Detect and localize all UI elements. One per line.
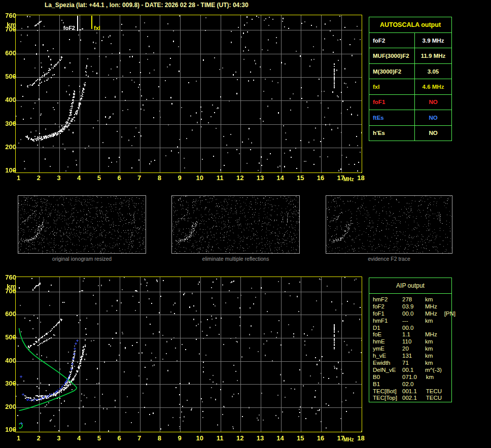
autoscala-row-fxi: fxI4.6 MHz [369,79,451,94]
aip-row-foe: foE1.1MHz [373,331,451,338]
aip-param-unit: MHz [425,331,437,338]
x-axis-label-bottom: 11 [212,434,229,442]
autoscala-param-label: foF2 [369,33,415,48]
y-axis-unit-bottom: km [0,283,16,290]
fxi-marker-label: fxI [94,25,100,31]
aip-param-label: Ewidth [373,360,402,367]
aip-param-value: 002.1 [402,395,417,402]
x-axis-label-top: 6 [111,174,128,182]
station-date-header: La_Spezia (lat: +44.1 , lon: 009.8) - DA… [45,2,249,9]
y-axis-tick-top [13,170,15,171]
aip-param-unit: km [426,374,434,381]
aip-param-value: 001.1 [402,388,417,395]
autoscala-window: { "header": {"title": "La_Spezia (lat: +… [0,0,491,448]
x-axis-unit-top: MHz [343,177,354,182]
aip-param-unit: km [425,360,433,367]
y-axis-tick-bottom [13,290,15,291]
y-axis-label-bottom: 200 [0,403,16,410]
y-axis-label-bottom: 600 [0,310,16,318]
x-axis-label-top: 4 [71,174,88,182]
autoscala-param-value: 11.9 MHz [415,48,451,63]
autoscala-row-muf3000f2: MUF(3000)F211.9 MHz [369,48,451,63]
x-axis-label-bottom: 8 [151,434,168,442]
caption-evidence-f2: evidence F2 trace [326,256,452,262]
autoscala-param-value: 3.9 MHz [415,33,451,48]
autoscala-table-title: AUTOSCALA output [369,17,451,33]
autoscala-row-fof2: foF23.9 MHz [369,33,451,48]
aip-row-delnve: DelN_vE00.1m^(-3) [373,367,451,374]
aip-param-value: 110 [402,338,416,346]
y-axis-tick-top [13,76,15,77]
aip-row-hme: hmE110km [373,338,451,346]
x-axis-label-top: 10 [191,174,208,182]
autoscala-param-value: NO [415,126,451,141]
aip-param-note: [PN] [444,311,455,318]
x-axis-label-bottom: 18 [352,434,369,442]
aip-param-unit: km [425,353,433,360]
aip-param-value: 02.0 [402,381,416,388]
x-axis-label-top: 13 [252,174,269,182]
aip-row-hve: h_vE131km [373,353,451,360]
fof2-marker-label: foF2 [54,25,75,31]
autoscala-param-label: M(3000)F2 [369,64,415,79]
x-axis-label-top: 11 [212,174,229,182]
fof2-marker-line [77,16,78,31]
x-axis-label-top: 12 [231,174,249,182]
aip-param-label: foF1 [373,311,402,318]
x-axis-label-bottom: 5 [90,434,108,442]
aip-param-unit: m^(-3) [425,367,442,374]
aip-param-value: 131 [402,353,416,360]
x-axis-label-bottom: 10 [191,434,208,442]
aip-param-label: hmF2 [373,296,402,303]
x-axis-label-bottom: 15 [292,434,309,442]
aip-param-value: 071.0 [402,374,417,381]
aip-row-b1: B102.0 [373,381,451,388]
autoscala-row-hes: h'EsNO [369,126,451,141]
aip-param-value: 00.0 [402,311,416,318]
aip-row-yme: ymE20km [373,346,451,353]
x-axis-label-bottom: 2 [30,434,47,442]
aip-param-label: D1 [373,325,402,332]
autoscala-row-ftes: ftEsNO [369,110,451,125]
aip-row-d1: D100.0 [373,325,451,332]
aip-row-tectop: TEC[Top]002.1TECU [373,395,451,402]
y-axis-label-bottom: 760 [0,273,16,281]
aip-param-label: foF2 [373,303,402,311]
aip-param-label: foE [373,331,402,338]
autoscala-param-label: h'Es [369,126,415,141]
y-axis-tick-bottom [13,337,15,338]
mini-panel-eliminate [171,195,300,254]
aip-param-value: 00.0 [402,325,416,332]
aip-row-ewidth: Ewidth71km [373,360,451,367]
x-axis-label-top: 3 [50,174,67,182]
aip-output-table: AIP output hmF2278kmfoF203.9MHzfoF100.0M… [369,278,452,402]
x-axis-label-top: 18 [352,174,369,182]
autoscala-param-value: 3.05 [415,64,451,79]
x-axis-label-top: 1 [10,174,27,182]
ionogram-panel-top: foF2 fxI [15,15,362,173]
aip-row-b0: B0071.0km [373,374,451,381]
x-axis-label-bottom: 16 [312,434,329,442]
x-axis-unit-bottom: MHz [343,437,354,442]
aip-param-unit: km [425,318,433,325]
x-axis-label-top: 16 [312,174,329,182]
aip-param-label: DelN_vE [373,367,402,374]
x-axis-label-bottom: 4 [71,434,88,442]
aip-row-hmf1: hmF1---km [373,318,451,325]
aip-param-label: ymE [373,346,402,353]
aip-table-rows: hmF2278kmfoF203.9MHzfoF100.0MHz[PN]hmF1-… [369,294,451,402]
x-axis-label-bottom: 3 [50,434,67,442]
mini-panel-evidence [326,195,452,254]
aip-param-unit: MHz [425,311,437,318]
aip-param-label: B1 [373,381,402,388]
x-axis-label-bottom: 14 [272,434,289,442]
x-axis-label-bottom: 7 [131,434,148,442]
caption-eliminate-reflections: eliminate multiple reflections [171,256,300,262]
y-axis-unit-top: km [0,21,16,28]
y-axis-label-bottom: 400 [0,357,16,364]
aip-param-label: hmE [373,338,402,346]
aip-param-value: 03.9 [402,303,416,311]
aip-param-unit: km [425,338,433,346]
aip-param-label: h_vE [373,353,402,360]
aip-param-value: 71 [402,360,416,367]
